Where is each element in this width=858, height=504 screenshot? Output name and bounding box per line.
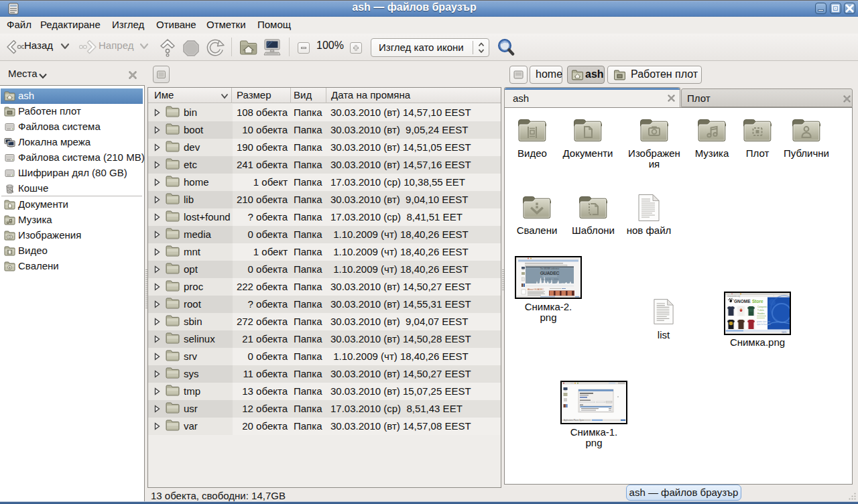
svg-text:About GUADEC: About GUADEC	[528, 288, 544, 291]
svg-text:100%: 100%	[782, 331, 787, 334]
svg-text:The GNOME conference: The GNOME conference	[540, 267, 560, 270]
svg-text:Hoodies: Hoodies	[757, 312, 765, 315]
svg-text:Categories: Categories	[757, 306, 768, 308]
svg-text:open for business: open for business	[757, 323, 771, 326]
svg-text:GNOME: GNOME	[734, 299, 751, 304]
svg-text:T-shirts: T-shirts	[757, 309, 764, 312]
svg-text:shop.gnome.org: shop.gnome.org	[727, 295, 740, 298]
svg-text:gnome store now: gnome store now	[757, 320, 770, 323]
svg-text:Applications Places System: Applications Places System	[564, 419, 585, 422]
svg-text:July 24-30th, 2010: July 24-30th, 2010	[541, 278, 558, 281]
svg-text:Store: Store	[752, 299, 763, 304]
svg-text:GUADEC: GUADEC	[540, 271, 560, 275]
